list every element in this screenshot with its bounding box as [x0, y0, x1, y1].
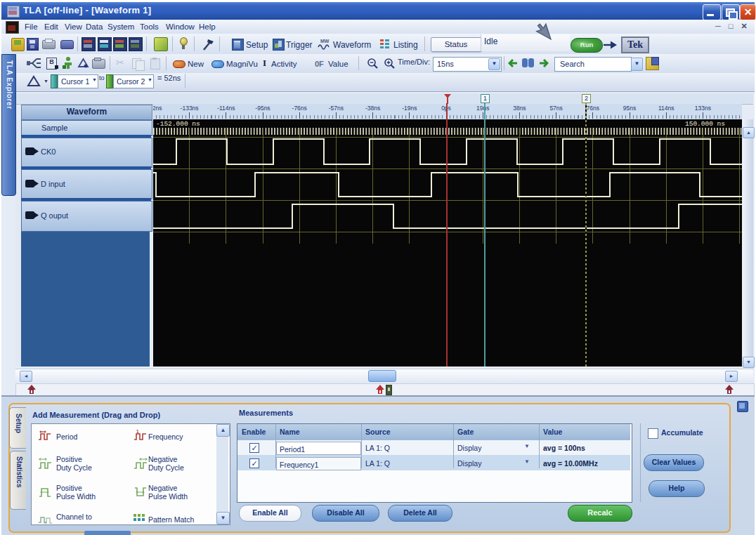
- svg-text:1: 1: [136, 430, 139, 434]
- svg-text:MW: MW: [320, 39, 330, 44]
